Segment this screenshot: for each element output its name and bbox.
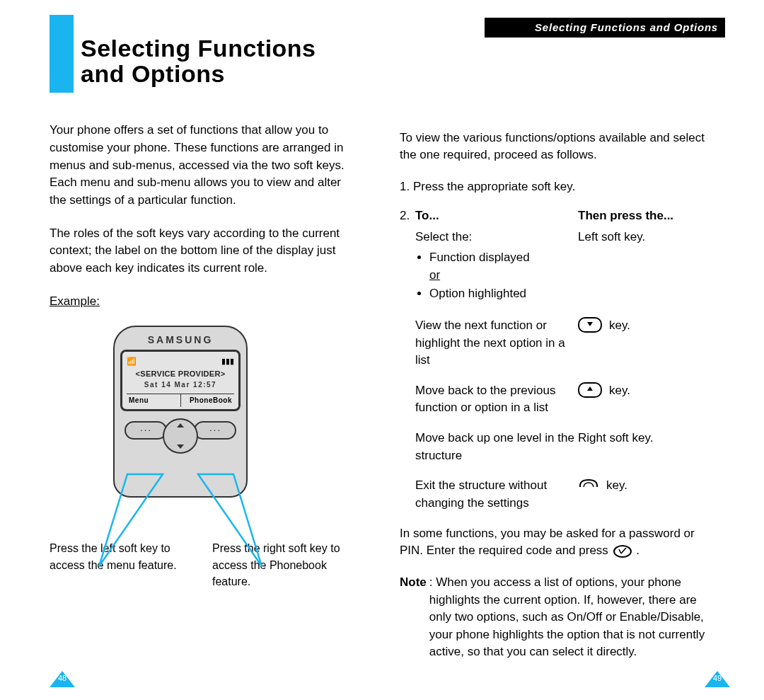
caption-row: Press the left soft key to access the me… (50, 540, 347, 590)
table-row: Move back to the previous function or op… (415, 382, 718, 417)
actions-table: Select the: Function displayedor Option … (415, 229, 718, 512)
header-then: Then press the... (578, 207, 673, 225)
phone-brand: SAMSUNG (120, 333, 241, 347)
intro-para-2: The roles of the soft keys vary accordin… (50, 225, 347, 277)
left-softkey-button (125, 421, 167, 440)
chapter-title: Selecting Functions and Options (81, 36, 347, 86)
date-time: Sat 14 Mar 12:57 (127, 380, 234, 391)
table-row: Move back up one level in the structure … (415, 430, 718, 464)
step-1: 1. Press the appropriate soft key. (400, 178, 718, 196)
running-header: Selecting Functions and Options (485, 18, 725, 38)
caption-right: Press the right soft key to access the P… (212, 540, 347, 590)
chapter-title-block: Selecting Functions and Options (50, 36, 347, 86)
phone-illustration: SAMSUNG 📶 ▮▮▮ <SERVICE PROVIDER> Sat 14 … (113, 326, 262, 498)
table-row: View the next function or highlight the … (415, 317, 718, 369)
up-key-icon (578, 382, 602, 398)
softkey-left-label: Menu (127, 394, 180, 408)
intro-para-1: Your phone offers a set of functions tha… (50, 122, 347, 209)
note-block: Note : When you access a list of options… (400, 574, 718, 661)
caption-left: Press the left soft key to access the me… (50, 540, 184, 590)
right-intro: To view the various functions/options av… (400, 130, 718, 164)
down-key-icon (578, 317, 602, 333)
end-key-icon (578, 477, 599, 491)
note-label: Note (400, 574, 427, 661)
header-to: To... (415, 207, 578, 225)
left-page: Selecting Functions and Options Your pho… (50, 18, 347, 590)
nav-pad (163, 418, 198, 454)
phone-body: SAMSUNG 📶 ▮▮▮ <SERVICE PROVIDER> Sat 14 … (113, 326, 248, 498)
right-softkey-button (194, 421, 236, 440)
table-row: Select the: Function displayedor Option … (415, 229, 718, 304)
blue-tab (50, 15, 74, 93)
table-row: Exit the structure without changing the … (415, 477, 718, 512)
pin-paragraph: In some functions, you may be asked for … (400, 525, 718, 560)
softkey-right-label: PhoneBook (181, 394, 235, 408)
signal-icon: 📶 (127, 356, 136, 367)
example-label: Example: (50, 293, 347, 311)
right-page: Selecting Functions and Options To view … (400, 18, 718, 661)
phone-screen: 📶 ▮▮▮ <SERVICE PROVIDER> Sat 14 Mar 12:5… (120, 350, 241, 411)
ok-key-icon (612, 544, 633, 558)
table-header: 2. To... Then press the... (400, 207, 718, 225)
note-text: : When you access a list of options, you… (429, 574, 718, 661)
page-number-left: 48 (50, 671, 75, 687)
service-provider: <SERVICE PROVIDER> (127, 369, 234, 380)
page-number-right: 49 (705, 671, 730, 687)
battery-icon: ▮▮▮ (221, 356, 234, 367)
